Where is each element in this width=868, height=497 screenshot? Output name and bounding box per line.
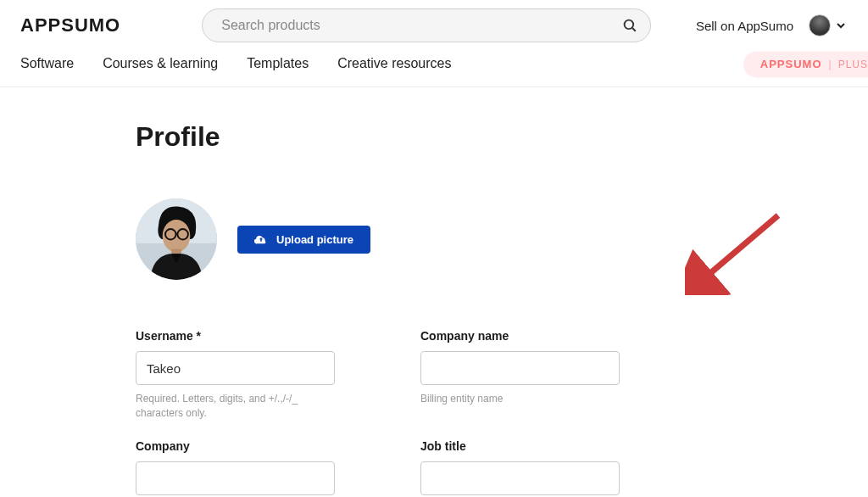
brand-logo[interactable]: APPSUMO [20, 14, 120, 36]
nav-item-creative[interactable]: Creative resources [337, 56, 451, 71]
help-company-name: Billing entity name [420, 392, 620, 406]
svg-point-0 [625, 20, 634, 30]
label-job-title: Job title [420, 439, 678, 453]
plus-brand: APPSUMO [760, 58, 822, 70]
upload-picture-button[interactable]: Upload picture [237, 226, 370, 254]
form-grid: Username * Required. Letters, digits, an… [136, 329, 678, 497]
plus-word: PLUS [838, 59, 868, 70]
field-company: Company [136, 439, 393, 495]
company-input[interactable] [136, 461, 335, 495]
page-title: Profile [136, 121, 678, 153]
svg-line-1 [632, 28, 636, 31]
avatar-row: Upload picture [136, 198, 678, 280]
nav: Software Courses & learning Templates Cr… [0, 47, 868, 87]
search-wrap [202, 8, 651, 42]
nav-item-templates[interactable]: Templates [247, 56, 309, 71]
username-input[interactable] [136, 351, 335, 385]
help-username: Required. Letters, digits, and +/.,/-/_ … [136, 392, 335, 421]
field-username: Username * Required. Letters, digits, an… [136, 329, 393, 421]
label-company: Company [136, 439, 393, 453]
label-company-name: Company name [420, 329, 678, 343]
search-icon[interactable] [622, 18, 637, 33]
main: Profile [0, 87, 868, 497]
profile-avatar [136, 198, 217, 280]
profile-content: Profile [136, 121, 678, 497]
header: APPSUMO Sell on AppSumo [0, 0, 868, 47]
plus-separator: | [829, 59, 832, 70]
field-job-title: Job title [420, 439, 678, 495]
cloud-upload-icon [254, 233, 268, 245]
account-menu[interactable] [809, 14, 848, 36]
company-name-input[interactable] [420, 351, 620, 385]
field-company-name: Company name Billing entity name [420, 329, 678, 421]
search-input[interactable] [202, 8, 651, 42]
job-title-input[interactable] [420, 461, 620, 495]
avatar-image [136, 198, 217, 280]
appsumo-plus-badge[interactable]: APPSUMO | PLUS [743, 51, 868, 77]
label-username: Username * [136, 329, 393, 343]
header-right: Sell on AppSumo [696, 14, 848, 36]
upload-label: Upload picture [276, 233, 353, 246]
nav-item-software[interactable]: Software [20, 56, 74, 71]
nav-item-courses[interactable]: Courses & learning [103, 56, 218, 71]
sell-link[interactable]: Sell on AppSumo [696, 19, 793, 33]
avatar-thumbnail [809, 14, 831, 36]
chevron-down-icon [834, 19, 848, 32]
